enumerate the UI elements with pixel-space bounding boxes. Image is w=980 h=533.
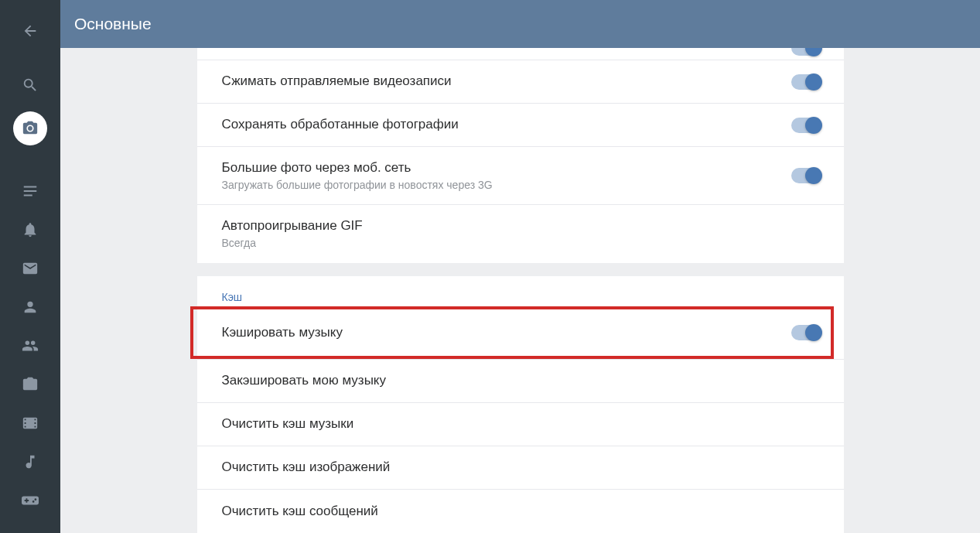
- nav-search[interactable]: [13, 68, 47, 102]
- header: Основные: [60, 0, 980, 48]
- bell-icon: [22, 221, 39, 238]
- nav-video[interactable]: [13, 406, 47, 440]
- nav-games[interactable]: [13, 483, 47, 518]
- row-label: Закэшировать мою музыку: [222, 372, 819, 389]
- row-label: Кэшировать музыку: [222, 324, 791, 341]
- row-big-photos[interactable]: Большие фото через моб. сеть Загружать б…: [197, 147, 844, 205]
- nav-feed[interactable]: [13, 174, 47, 208]
- toggle-switch[interactable]: [791, 118, 819, 133]
- sidebar: [0, 0, 60, 533]
- camera-icon: [22, 120, 39, 137]
- photo-icon: [22, 376, 39, 393]
- row-compress-video[interactable]: Сжимать отправляемые видеозаписи: [197, 60, 844, 104]
- row-clear-image-cache[interactable]: Очистить кэш изображений: [197, 446, 844, 490]
- row-label: Очистить кэш музыки: [222, 415, 819, 432]
- row-autoplay-gif[interactable]: Автопроигрывание GIF Всегда: [197, 205, 844, 262]
- nav-music[interactable]: [13, 445, 47, 479]
- row-clear-music-cache[interactable]: Очистить кэш музыки: [197, 403, 844, 446]
- arrow-left-icon: [22, 22, 39, 39]
- row-label: Автопроигрывание GIF: [222, 217, 819, 234]
- music-icon: [22, 453, 39, 470]
- row-save-photos[interactable]: Сохранять обработанные фотографии: [197, 104, 844, 147]
- row-label: Большие фото через моб. сеть: [222, 159, 791, 176]
- toggle-switch[interactable]: [791, 74, 819, 90]
- row-label: Сохранять обработанные фотографии: [222, 116, 791, 133]
- row-sublabel: Загружать большие фотографии в новостях …: [222, 178, 791, 192]
- nav-groups[interactable]: [13, 329, 47, 363]
- toggle-switch[interactable]: [791, 48, 819, 56]
- row-clear-messages-cache[interactable]: Очистить кэш сообщений: [197, 490, 844, 533]
- section-cache-header: Кэш: [197, 276, 844, 307]
- row-label: Очистить кэш сообщений: [222, 503, 819, 520]
- nav-profile[interactable]: [13, 290, 47, 324]
- back-button[interactable]: [13, 14, 47, 48]
- feed-icon: [22, 183, 39, 200]
- row-label: Очистить кэш изображений: [222, 459, 819, 476]
- row-cache-music[interactable]: Кэшировать музыку: [197, 307, 844, 360]
- section-title: Кэш: [222, 291, 243, 303]
- search-icon: [22, 77, 39, 94]
- toggle-switch[interactable]: [791, 325, 819, 340]
- video-icon: [22, 415, 39, 432]
- page-title: Основные: [74, 15, 152, 33]
- row-sublabel: Всегда: [222, 236, 819, 250]
- toggle-switch[interactable]: [791, 168, 819, 183]
- mail-icon: [22, 260, 39, 277]
- row-cache-my-music[interactable]: Закэшировать мою музыку: [197, 360, 844, 403]
- nav-messages[interactable]: [13, 251, 47, 285]
- person-icon: [22, 299, 39, 316]
- people-icon: [22, 337, 39, 354]
- nav-camera-active[interactable]: [13, 111, 47, 145]
- nav-notifications[interactable]: [13, 213, 47, 247]
- nav-photos[interactable]: [13, 367, 47, 401]
- row-label: Сжимать отправляемые видеозаписи: [222, 73, 791, 90]
- content-area: Сжимать отправляемые видеозаписи Сохраня…: [60, 48, 980, 533]
- gamepad-icon: [22, 492, 39, 509]
- partial-row-top[interactable]: [197, 48, 844, 60]
